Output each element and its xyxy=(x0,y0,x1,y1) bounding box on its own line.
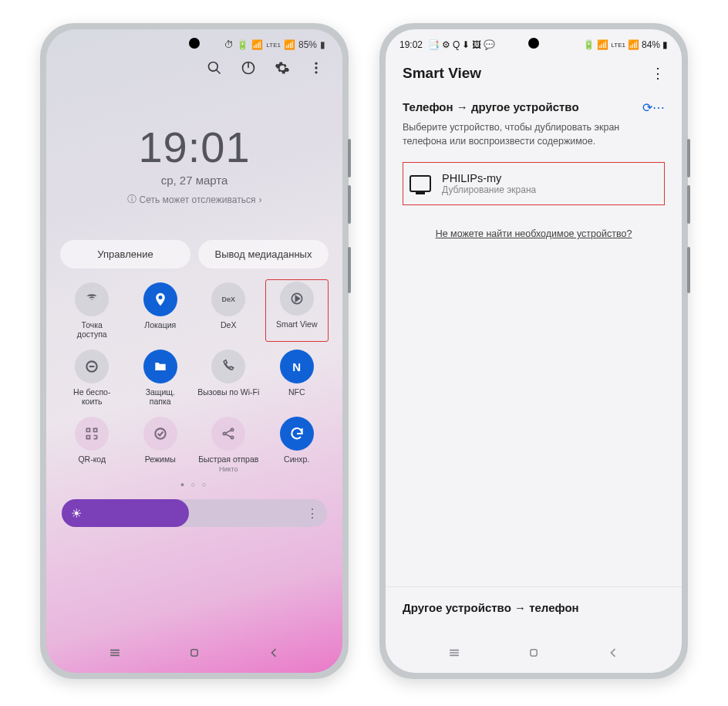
svg-point-8 xyxy=(224,433,226,435)
qs-sync[interactable]: Синхр. xyxy=(265,414,329,476)
lte-label: LTE1 xyxy=(611,42,625,49)
svg-rect-11 xyxy=(191,650,197,656)
download-icon: ⬇ xyxy=(462,39,470,50)
wifi-icon: 📶 xyxy=(251,39,263,50)
power-btn[interactable] xyxy=(687,247,690,293)
image-icon: 🖼 xyxy=(472,39,481,50)
qs-smartview[interactable]: Smart View xyxy=(265,279,329,342)
clock-date: ср, 27 марта xyxy=(46,174,342,187)
section-device-to-phone[interactable]: Другое устройство → телефон xyxy=(386,586,682,628)
brightness-slider[interactable]: ☀ ⋮ xyxy=(62,499,327,527)
wifi-icon: 📶 xyxy=(597,39,608,50)
qs-location[interactable]: Локация xyxy=(129,279,193,342)
device-subtitle: Дублирование экрана xyxy=(442,184,536,195)
qs-modes[interactable]: Режимы xyxy=(129,414,193,476)
qs-secure-folder[interactable]: Защищ. папка xyxy=(129,346,193,409)
phone-right: 19:02 📑 ⚙ Q ⬇ 🖼 💬 🔋 📶 LTE1 📶 84% ▮ Smart… xyxy=(379,23,688,679)
battery-icon: 🔋 xyxy=(583,39,595,50)
home-button[interactable] xyxy=(187,645,202,664)
page-indicator: ● ○ ○ xyxy=(46,481,342,488)
home-button[interactable] xyxy=(526,645,541,664)
qs-wifi-calling[interactable]: Вызовы по Wi-Fi xyxy=(197,346,261,409)
media-output-pill[interactable]: Вывод медиаданных xyxy=(198,240,329,269)
svg-point-0 xyxy=(209,62,218,72)
qs-dnd[interactable]: Не беспо- коить xyxy=(60,346,124,409)
more-icon[interactable] xyxy=(308,60,324,79)
qs-hotspot[interactable]: Точка доступа xyxy=(60,279,124,342)
power-btn[interactable] xyxy=(348,247,351,293)
network-monitor-info[interactable]: ⓘ Сеть может отслеживаться › xyxy=(46,193,342,206)
camera-notch xyxy=(528,38,539,49)
volume-down-btn[interactable] xyxy=(348,185,351,224)
device-name: PHILIPs-my xyxy=(442,172,536,184)
quick-panel-actions xyxy=(46,54,342,79)
battery-percent: 84% xyxy=(642,39,660,50)
misc-icon: Q xyxy=(453,39,460,50)
nav-bar xyxy=(46,645,342,664)
qs-qrcode[interactable]: QR-код xyxy=(60,414,124,476)
svg-point-9 xyxy=(231,429,234,431)
alarm-icon: ⏱ xyxy=(224,39,234,50)
svg-point-3 xyxy=(315,66,317,69)
more-icon[interactable]: ⋮ xyxy=(306,506,318,521)
section-description: Выберите устройство, чтобы дублировать э… xyxy=(403,121,665,148)
signal-icon: 📶 xyxy=(628,39,639,50)
power-icon[interactable] xyxy=(241,60,256,79)
control-pill[interactable]: Управление xyxy=(60,240,190,269)
qs-dex[interactable]: DeX DeX xyxy=(197,279,261,342)
more-icon[interactable]: ⋮ xyxy=(651,65,665,82)
notif-icon: 📑 xyxy=(428,39,440,50)
battery-shape-icon: ▮ xyxy=(662,39,668,50)
search-icon[interactable] xyxy=(207,60,222,79)
battery-shape-icon: ▮ xyxy=(320,39,325,50)
svg-rect-12 xyxy=(531,650,537,656)
nav-bar xyxy=(386,645,682,664)
back-button[interactable] xyxy=(605,645,621,664)
volume-up-btn[interactable] xyxy=(348,139,351,177)
camera-notch xyxy=(189,38,200,49)
gear-small-icon: ⚙ xyxy=(442,39,450,50)
phone-left: ⏱ 🔋 📶 LTE1 📶 85% ▮ 19:01 ср, 27 марта ⓘ … xyxy=(40,23,349,679)
volume-up-btn[interactable] xyxy=(687,139,690,177)
recents-button[interactable] xyxy=(107,645,123,664)
quick-settings-grid: Точка доступа Локация DeX DeX Smart View… xyxy=(46,269,342,479)
clock-time: 19:01 xyxy=(46,122,342,172)
qs-quickshare[interactable]: Быстрая отправ Никто xyxy=(197,414,261,476)
device-item-philips[interactable]: PHILIPs-my Дублирование экрана xyxy=(403,162,665,205)
lte-label: LTE1 xyxy=(266,42,281,49)
clock-block: 19:01 ср, 27 марта ⓘ Сеть может отслежив… xyxy=(46,122,342,206)
tv-icon xyxy=(410,175,431,192)
chat-icon: 💬 xyxy=(484,39,495,50)
signal-icon: 📶 xyxy=(284,39,295,50)
info-icon: ⓘ xyxy=(127,193,136,206)
chevron-right-icon: › xyxy=(258,194,261,205)
svg-point-10 xyxy=(231,437,234,439)
refresh-icon[interactable]: ⟳⋯ xyxy=(642,100,665,115)
section-phone-to-device: Телефон → другое устройство xyxy=(403,100,579,113)
volume-down-btn[interactable] xyxy=(687,185,690,224)
page-title: Smart View xyxy=(403,65,481,82)
gear-icon[interactable] xyxy=(275,60,290,79)
battery-icon: 🔋 xyxy=(237,39,248,50)
svg-point-2 xyxy=(315,62,317,65)
back-button[interactable] xyxy=(266,645,281,664)
recents-button[interactable] xyxy=(447,645,462,664)
status-time: 19:02 xyxy=(399,39,423,50)
cant-find-link[interactable]: Не можете найти необходимое устройство? xyxy=(403,228,665,239)
battery-percent: 85% xyxy=(298,39,317,50)
app-header: Smart View ⋮ xyxy=(386,54,682,93)
sun-icon: ☀ xyxy=(71,506,82,521)
svg-point-4 xyxy=(315,71,317,73)
qs-nfc[interactable]: N NFC xyxy=(265,346,329,409)
